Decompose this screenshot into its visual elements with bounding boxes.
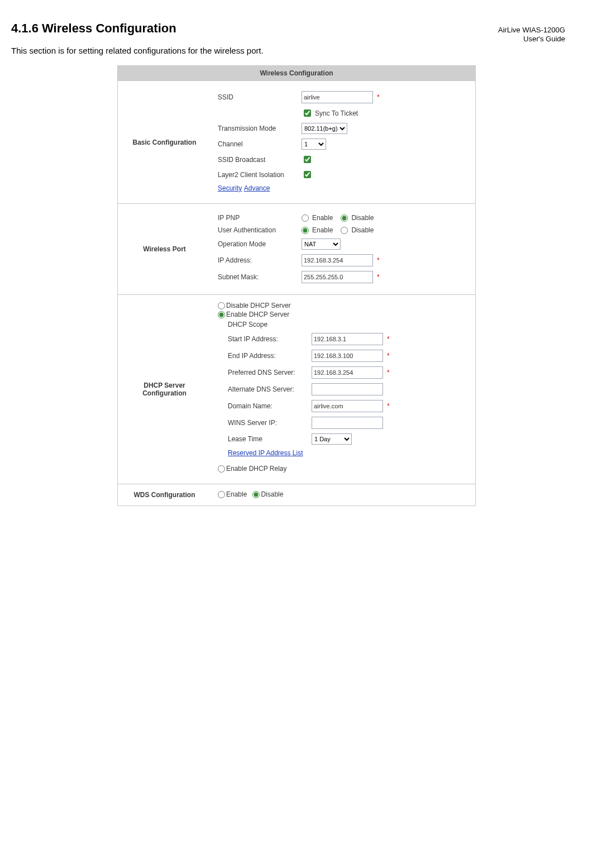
channel-label: Channel [218, 140, 302, 148]
wds-enable-radio[interactable] [218, 491, 225, 498]
ssid-broadcast-checkbox[interactable] [304, 156, 311, 163]
basic-config-label: Basic Configuration [118, 81, 211, 203]
required-marker: * [387, 402, 390, 410]
ip-pnp-enable-label: Enable [312, 214, 333, 222]
ip-address-input[interactable] [302, 254, 373, 266]
ip-pnp-disable-label: Disable [351, 214, 374, 222]
dhcp-disable-label: Disable DHCP Server [226, 302, 291, 309]
ssid-label: SSID [218, 93, 302, 101]
transmission-mode-label: Transmission Mode [218, 125, 302, 132]
ip-pnp-disable-radio[interactable] [341, 214, 348, 222]
dhcp-enable-label: Enable DHCP Server [226, 311, 289, 318]
header-line2: User's Guide [523, 35, 565, 43]
subnet-mask-input[interactable] [302, 271, 373, 283]
user-auth-disable-label: Disable [351, 226, 374, 234]
wds-disable-radio[interactable] [252, 491, 260, 498]
transmission-mode-select[interactable]: 802.11(b+g) [302, 123, 347, 134]
header-product: AirLive WIAS-1200G User's Guide [498, 26, 565, 44]
section-heading: 4.1.6 Wireless Configuration [11, 21, 582, 36]
ssid-broadcast-label: SSID Broadcast [218, 156, 302, 164]
wireless-config-panel: Wireless Configuration Basic Configurati… [117, 65, 476, 506]
domain-name-label: Domain Name: [228, 402, 312, 410]
alternate-dns-label: Alternate DNS Server: [228, 385, 312, 393]
ssid-input[interactable] [302, 91, 373, 103]
dhcp-enable-radio[interactable] [218, 311, 225, 318]
header-line1: AirLive WIAS-1200G [498, 26, 565, 34]
dhcp-disable-radio[interactable] [218, 302, 225, 309]
start-ip-label: Start IP Address: [228, 335, 312, 343]
security-link[interactable]: Security [218, 184, 242, 192]
dhcp-relay-label: Enable DHCP Relay [226, 465, 287, 473]
ip-pnp-label: IP PNP [218, 214, 302, 222]
user-auth-enable-label: Enable [312, 226, 333, 234]
end-ip-input[interactable] [312, 350, 383, 362]
wds-config-section: WDS Configuration Enable Disable [118, 484, 475, 505]
wireless-port-section: Wireless Port IP PNP Enable Disable User… [118, 204, 475, 295]
panel-title: Wireless Configuration [118, 66, 475, 81]
required-marker: * [377, 93, 380, 101]
dhcp-relay-radio[interactable] [218, 465, 225, 473]
required-marker: * [387, 335, 390, 343]
wins-ip-input[interactable] [312, 417, 383, 429]
wds-config-label: WDS Configuration [118, 484, 211, 505]
user-auth-enable-radio[interactable] [302, 227, 309, 234]
domain-name-input[interactable] [312, 400, 383, 412]
channel-select[interactable]: 1 [302, 139, 326, 150]
wireless-port-label: Wireless Port [118, 204, 211, 294]
required-marker: * [387, 369, 390, 376]
required-marker: * [377, 273, 380, 281]
sync-to-ticket-label: Sync To Ticket [315, 109, 358, 117]
reserved-ip-link[interactable]: Reserved IP Address List [228, 449, 303, 457]
dhcp-config-label: DHCP Server Configuration [118, 295, 211, 484]
user-auth-disable-radio[interactable] [341, 227, 348, 234]
wins-ip-label: WINS Server IP: [228, 419, 312, 427]
end-ip-label: End IP Address: [228, 352, 312, 360]
lease-time-label: Lease Time [228, 435, 312, 443]
alternate-dns-input[interactable] [312, 383, 383, 395]
ip-pnp-enable-radio[interactable] [302, 214, 309, 222]
wds-enable-label: Enable [226, 490, 247, 498]
wds-disable-label: Disable [261, 490, 283, 498]
start-ip-input[interactable] [312, 333, 383, 345]
sync-to-ticket-checkbox[interactable] [304, 109, 311, 117]
intro-paragraph: This section is for setting related conf… [11, 46, 582, 55]
advance-link[interactable]: Advance [244, 184, 270, 192]
user-auth-label: User Authentication [218, 226, 302, 234]
layer2-isolation-checkbox[interactable] [304, 171, 311, 178]
subnet-mask-label: Subnet Mask: [218, 273, 302, 281]
preferred-dns-label: Preferred DNS Server: [228, 369, 312, 376]
operation-mode-select[interactable]: NAT [302, 239, 341, 250]
dhcp-config-section: DHCP Server Configuration Disable DHCP S… [118, 295, 475, 484]
preferred-dns-input[interactable] [312, 366, 383, 379]
ip-address-label: IP Address: [218, 256, 302, 264]
dhcp-scope-label: DHCP Scope [228, 321, 468, 328]
lease-time-select[interactable]: 1 Day [312, 433, 352, 445]
required-marker: * [387, 352, 390, 360]
basic-config-section: Basic Configuration SSID * Sync To T [118, 81, 475, 204]
layer2-isolation-label: Layer2 Client Isolation [218, 171, 302, 179]
required-marker: * [377, 256, 380, 264]
operation-mode-label: Operation Mode [218, 240, 302, 248]
